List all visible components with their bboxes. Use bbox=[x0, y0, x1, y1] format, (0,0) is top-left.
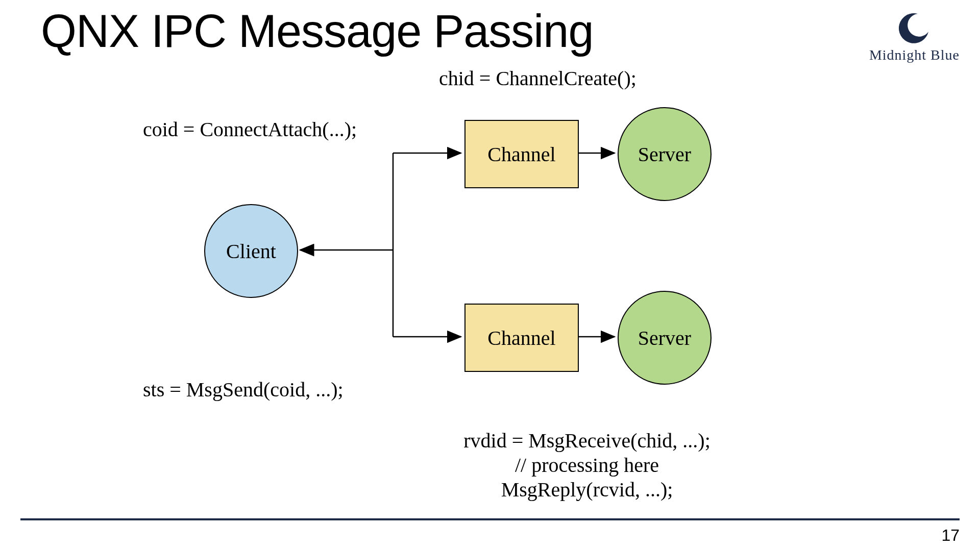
label-sts: sts = MsgSend(coid, ...); bbox=[143, 378, 344, 402]
node-channel-1: Channel bbox=[464, 120, 579, 188]
footer-rule bbox=[20, 518, 960, 520]
node-channel-1-label: Channel bbox=[487, 142, 555, 166]
node-server-2-label: Server bbox=[638, 326, 691, 350]
brand-name: Midnight Blue bbox=[869, 47, 960, 63]
label-recv-line1: rvdid = MsgReceive(chid, ...); bbox=[444, 429, 730, 453]
page-number: 17 bbox=[941, 526, 960, 545]
node-server-1: Server bbox=[618, 107, 712, 201]
node-server-1-label: Server bbox=[638, 142, 691, 166]
label-chid: chid = ChannelCreate(); bbox=[439, 66, 636, 90]
brand-logo: Midnight Blue bbox=[869, 10, 960, 63]
node-client-label: Client bbox=[226, 239, 276, 263]
node-server-2: Server bbox=[618, 291, 712, 385]
node-channel-2-label: Channel bbox=[487, 326, 555, 350]
label-recv-line3: MsgReply(rcvid, ...); bbox=[444, 478, 730, 502]
label-coid: coid = ConnectAttach(...); bbox=[143, 117, 357, 141]
node-channel-2: Channel bbox=[464, 304, 579, 372]
moon-icon bbox=[894, 10, 935, 46]
node-client: Client bbox=[204, 204, 298, 298]
label-receive-block: rvdid = MsgReceive(chid, ...); // proces… bbox=[444, 429, 730, 502]
slide-title: QNX IPC Message Passing bbox=[41, 5, 593, 58]
label-recv-line2: // processing here bbox=[444, 453, 730, 478]
